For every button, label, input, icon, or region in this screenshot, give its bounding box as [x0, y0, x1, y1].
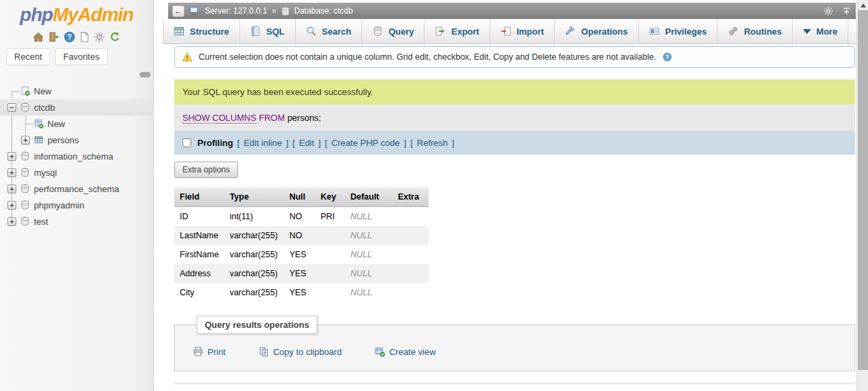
- gear-icon[interactable]: [823, 6, 833, 16]
- tab-more[interactable]: More: [793, 19, 848, 43]
- back-button[interactable]: ←: [172, 5, 184, 17]
- create-view-icon: [374, 346, 385, 357]
- columns-result-table: Field Type Null Key Default Extra ID int…: [174, 187, 429, 302]
- expand-icon[interactable]: [7, 217, 16, 226]
- tree-item-information-schema[interactable]: information_schema: [0, 148, 153, 164]
- cell-default: NULL: [345, 245, 393, 264]
- create-php-code-link[interactable]: Create PHP code: [332, 138, 400, 148]
- scroll-up-arrow[interactable]: [857, 0, 868, 10]
- collapse-icon[interactable]: [7, 103, 16, 112]
- help-icon[interactable]: ?: [663, 52, 672, 62]
- navigation-tabs: Recent Favorites: [6, 48, 108, 65]
- tab-privileges[interactable]: Privileges: [639, 19, 717, 43]
- settings-icon[interactable]: [94, 31, 105, 43]
- column-header-default: Default: [345, 187, 393, 207]
- tab-export[interactable]: Export: [425, 19, 490, 43]
- edit-link[interactable]: Edit: [299, 138, 314, 148]
- refresh-icon[interactable]: [109, 31, 121, 43]
- query-icon: [372, 26, 383, 37]
- database-icon: [20, 103, 30, 112]
- cell-null: YES: [284, 264, 315, 283]
- new-table-icon: [34, 119, 43, 128]
- breadcrumb-actions: [823, 6, 852, 16]
- expand-icon[interactable]: [21, 136, 30, 145]
- new-database-icon: [20, 86, 30, 96]
- tree-item-new-table[interactable]: New: [0, 115, 153, 132]
- tree-item-phpmyadmin[interactable]: phpmyadmin: [0, 197, 153, 213]
- tab-sql[interactable]: SQL: [240, 19, 296, 43]
- column-header-type: Type: [224, 187, 284, 207]
- tab-query[interactable]: Query: [362, 19, 425, 43]
- search-icon: [306, 26, 317, 37]
- tree-item-label: information_schema: [34, 151, 113, 162]
- query-results-operations: Query results operations Print Copy to c…: [174, 316, 855, 371]
- cell-null: NO: [284, 226, 315, 245]
- tab-favorites[interactable]: Favorites: [55, 48, 107, 65]
- refresh-link[interactable]: Refresh: [417, 138, 448, 148]
- tree-item-test[interactable]: test: [0, 213, 153, 229]
- tab-operations[interactable]: Operations: [555, 19, 639, 43]
- profiling-checkbox[interactable]: [182, 138, 191, 147]
- logout-icon[interactable]: [48, 31, 60, 43]
- tree-item-mysql[interactable]: mysql: [0, 164, 153, 181]
- expand-icon[interactable]: [7, 185, 16, 193]
- profiling-label[interactable]: Profiling: [197, 138, 233, 148]
- tree-item-ctcdb[interactable]: ctcdb: [0, 99, 153, 115]
- tree-item-persons[interactable]: persons: [0, 132, 153, 148]
- panel-resize-handle[interactable]: [140, 72, 151, 77]
- tree-item-label: mysql: [34, 168, 57, 178]
- phpmyadmin-logo[interactable]: phpMyAdmin: [0, 4, 153, 26]
- chevron-down-icon: [803, 29, 811, 34]
- tab-routines[interactable]: Routines: [717, 19, 793, 43]
- breadcrumb: ← Server: 127.0.0.1 » Database: ctcdb: [168, 3, 856, 19]
- cell-type: varchar(255): [224, 283, 284, 302]
- database-tree: New ctcdb New persons information_schema…: [0, 83, 153, 229]
- cell-extra: [393, 226, 429, 245]
- edit-inline-link[interactable]: Edit inline: [243, 138, 281, 148]
- cell-default: NULL: [345, 207, 393, 227]
- tab-import[interactable]: Import: [490, 19, 555, 43]
- tree-item-label: phpmyadmin: [34, 200, 84, 210]
- scrollbar-thumb[interactable]: [858, 10, 868, 370]
- tree-item-label: ctcdb: [34, 103, 55, 113]
- routines-icon: [728, 26, 738, 37]
- notice-text: Current selection does not contain a uni…: [199, 52, 656, 62]
- bracket: [: [237, 138, 240, 148]
- print-button[interactable]: Print: [193, 346, 226, 357]
- info-icon[interactable]: ?: [64, 31, 75, 43]
- home-icon[interactable]: [33, 31, 44, 43]
- main-content: Current selection does not contain a uni…: [163, 44, 856, 391]
- cell-extra: [393, 264, 429, 283]
- breadcrumb-database-link[interactable]: Database: ctcdb: [294, 6, 353, 16]
- sql-keyword-link[interactable]: SHOW: [182, 113, 210, 124]
- expand-icon[interactable]: [7, 168, 16, 177]
- copy-to-clipboard-button[interactable]: Copy to clipboard: [258, 346, 342, 357]
- tree-item-performance-schema[interactable]: performance_schema: [0, 181, 153, 197]
- extra-options-button[interactable]: Extra options: [174, 162, 238, 178]
- collapse-panel-icon[interactable]: [842, 6, 852, 16]
- table-row: Address varchar(255) YES NULL: [174, 264, 429, 283]
- create-view-button[interactable]: Create view: [374, 346, 436, 357]
- docs-icon[interactable]: [79, 31, 90, 43]
- svg-text:?: ?: [67, 33, 71, 41]
- tab-recent[interactable]: Recent: [6, 48, 50, 65]
- privileges-icon: [649, 26, 660, 37]
- sql-keyword-link[interactable]: COLUMNS: [212, 113, 256, 124]
- database-icon: [20, 184, 30, 193]
- tab-label: Structure: [190, 26, 229, 37]
- tree-item-new-database[interactable]: New: [0, 83, 153, 99]
- vertical-scrollbar[interactable]: [856, 0, 868, 391]
- breadcrumb-server-link[interactable]: Server: 127.0.0.1: [205, 6, 267, 16]
- structure-icon: [174, 26, 184, 37]
- tree-item-label: persons: [47, 135, 79, 145]
- cell-field: Address: [174, 264, 224, 283]
- cell-key: [315, 226, 345, 245]
- cell-type: int(11): [224, 207, 284, 227]
- sql-text: persons;: [288, 113, 321, 123]
- breadcrumb-separator: »: [272, 6, 277, 16]
- tab-search[interactable]: Search: [296, 19, 362, 43]
- expand-icon[interactable]: [7, 152, 16, 161]
- tab-structure[interactable]: Structure: [163, 19, 240, 43]
- export-icon: [435, 26, 446, 37]
- expand-icon[interactable]: [7, 201, 16, 210]
